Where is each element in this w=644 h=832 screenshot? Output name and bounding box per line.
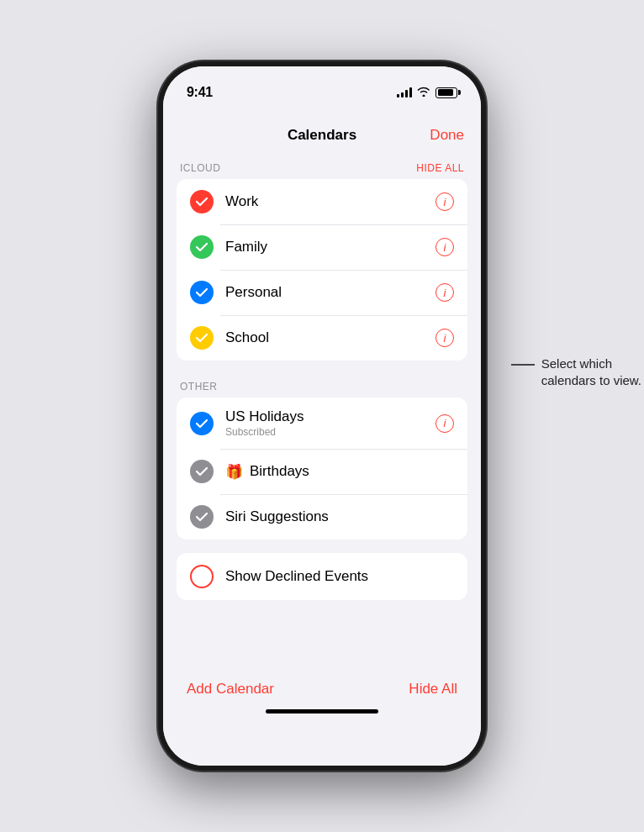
hide-all-icloud-button[interactable]: HIDE ALL xyxy=(416,162,464,174)
work-check xyxy=(190,190,214,213)
add-calendar-button[interactable]: Add Calendar xyxy=(187,681,274,698)
svg-point-5 xyxy=(190,460,214,483)
us-holidays-name: US Holidays xyxy=(225,408,435,425)
sheet-title: Calendars xyxy=(288,127,356,144)
us-holidays-subtitle: Subscribed xyxy=(225,426,435,438)
gift-icon: 🎁 xyxy=(225,463,243,481)
us-holidays-text-group: US Holidays Subscribed xyxy=(225,408,435,438)
done-button[interactable]: Done xyxy=(430,127,464,144)
family-check xyxy=(190,235,214,259)
show-declined-row[interactable]: Show Declined Events xyxy=(177,553,467,600)
tooltip: Select whichcalendars to view. xyxy=(511,355,641,390)
signal-icon xyxy=(397,87,412,97)
sheet-header: Calendars Done xyxy=(163,112,481,155)
phone-frame: 9:41 xyxy=(158,61,486,771)
family-calendar-row[interactable]: Family i xyxy=(177,224,467,270)
work-info-button[interactable]: i xyxy=(435,192,454,211)
home-indicator xyxy=(266,709,378,714)
us-holidays-info-button[interactable]: i xyxy=(435,414,454,433)
bottom-bar: Add Calendar Hide All xyxy=(163,667,481,704)
screen: Calendars Done ICLOUD HIDE ALL xyxy=(163,108,481,766)
svg-point-0 xyxy=(190,190,214,213)
siri-suggestions-calendar-row[interactable]: Siri Suggestions xyxy=(177,494,467,540)
battery-icon xyxy=(435,87,457,98)
status-bar: 9:41 xyxy=(163,66,481,108)
svg-point-1 xyxy=(190,235,214,259)
family-calendar-name: Family xyxy=(225,239,435,255)
school-calendar-name: School xyxy=(225,329,435,346)
work-calendar-name: Work xyxy=(225,193,435,210)
show-declined-label: Show Declined Events xyxy=(225,568,454,585)
us-holidays-calendar-row[interactable]: US Holidays Subscribed i xyxy=(177,398,467,449)
declined-circle xyxy=(190,565,214,588)
other-calendars-card: US Holidays Subscribed i xyxy=(177,398,467,540)
personal-calendar-name: Personal xyxy=(225,284,435,301)
show-declined-card: Show Declined Events xyxy=(177,553,467,600)
hide-all-button[interactable]: Hide All xyxy=(409,681,457,698)
birthdays-check xyxy=(190,460,214,483)
icloud-label: ICLOUD xyxy=(180,162,220,174)
birthdays-calendar-row[interactable]: 🎁 Birthdays xyxy=(177,449,467,494)
school-info-button[interactable]: i xyxy=(435,329,454,347)
status-icons xyxy=(397,87,457,99)
icloud-section-header: ICLOUD HIDE ALL xyxy=(163,155,481,179)
svg-point-3 xyxy=(190,326,214,350)
work-calendar-row[interactable]: Work i xyxy=(177,179,467,224)
siri-suggestions-name: Siri Suggestions xyxy=(225,508,454,525)
svg-point-2 xyxy=(190,281,214,304)
tooltip-text: Select whichcalendars to view. xyxy=(541,355,641,390)
svg-point-6 xyxy=(190,505,214,529)
family-info-button[interactable]: i xyxy=(435,238,454,256)
other-section-header: OTHER xyxy=(163,374,481,398)
calendars-sheet: Calendars Done ICLOUD HIDE ALL xyxy=(163,112,481,766)
personal-info-button[interactable]: i xyxy=(435,283,454,302)
school-check xyxy=(190,326,214,350)
status-time: 9:41 xyxy=(187,85,213,100)
school-calendar-row[interactable]: School i xyxy=(177,315,467,361)
wifi-icon xyxy=(417,87,430,99)
siri-check xyxy=(190,505,214,529)
personal-check xyxy=(190,281,214,304)
tooltip-line xyxy=(511,364,535,366)
other-label: OTHER xyxy=(180,381,218,392)
birthdays-calendar-name: Birthdays xyxy=(250,463,454,480)
us-holidays-check xyxy=(190,412,214,435)
personal-calendar-row[interactable]: Personal i xyxy=(177,270,467,315)
svg-point-4 xyxy=(190,412,214,435)
icloud-calendars-card: Work i Family i xyxy=(177,179,467,361)
